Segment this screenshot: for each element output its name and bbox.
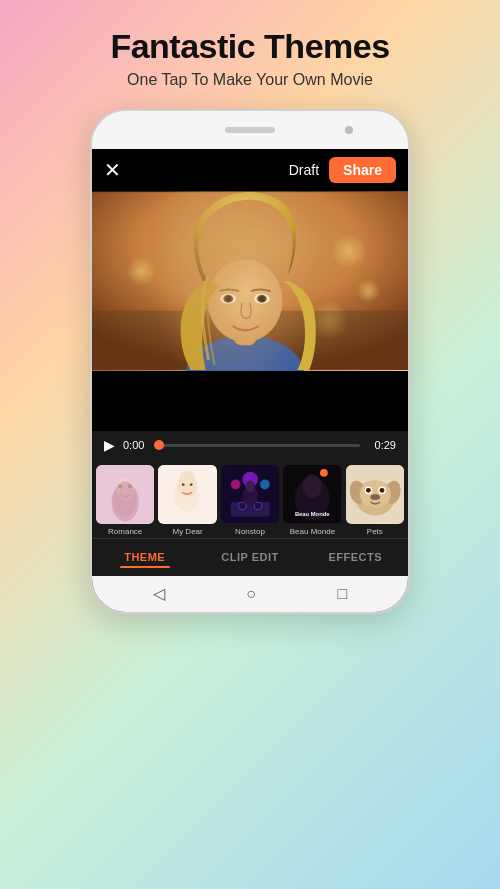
header-actions: Draft Share [289, 157, 396, 183]
theme-nonstop-label: Nonstop [235, 527, 265, 536]
draft-label: Draft [289, 162, 319, 178]
tab-theme-label: THEME [92, 551, 197, 563]
phone-speaker [225, 127, 275, 133]
svg-point-39 [320, 469, 328, 477]
progress-bar[interactable] [159, 444, 360, 447]
phone-top-bar [92, 111, 408, 149]
themes-row: Romance [92, 459, 408, 537]
svg-point-47 [366, 488, 371, 493]
video-overlay [92, 191, 408, 371]
theme-mydear-label: My Dear [172, 527, 202, 536]
back-icon[interactable]: ◁ [153, 584, 165, 603]
svg-point-48 [379, 488, 384, 493]
svg-point-34 [245, 481, 255, 493]
bottom-tabs: THEME CLIP EDIT EFFECTS [92, 538, 408, 576]
theme-pets-label: Pets [367, 527, 383, 536]
svg-text:Beau Monde: Beau Monde [295, 511, 330, 517]
svg-point-49 [370, 495, 380, 501]
svg-point-19 [128, 485, 132, 489]
recents-icon[interactable]: □ [338, 585, 348, 603]
app-screen: ✕ Draft Share [92, 149, 408, 611]
theme-romance-label: Romance [108, 527, 142, 536]
home-icon[interactable]: ○ [246, 585, 256, 603]
time-current: 0:00 [123, 439, 151, 451]
share-button[interactable]: Share [329, 157, 396, 183]
svg-rect-15 [96, 465, 154, 523]
theme-pets[interactable]: Pets [346, 465, 404, 535]
progress-dot [154, 440, 164, 450]
phone-mockup: ✕ Draft Share [0, 109, 500, 613]
svg-point-17 [115, 478, 134, 501]
theme-nonstop-thumb [221, 465, 279, 523]
phone-camera [345, 126, 353, 134]
tab-clip-edit[interactable]: CLIP EDIT [197, 547, 302, 572]
theme-beaumonde[interactable]: Beau Monde Beau Monde [283, 465, 341, 535]
page-subtitle: One Tap To Make Your Own Movie [20, 71, 480, 89]
phone-frame: ✕ Draft Share [90, 109, 410, 613]
tab-theme[interactable]: THEME [92, 547, 197, 572]
video-preview [92, 191, 408, 371]
theme-nonstop[interactable]: Nonstop [221, 465, 279, 535]
tab-effects-label: EFFECTS [303, 551, 408, 563]
svg-point-32 [260, 480, 270, 490]
tab-theme-underline [120, 566, 170, 568]
svg-point-31 [231, 480, 241, 490]
theme-mydear-thumb [158, 465, 216, 523]
nav-bar: ◁ ○ □ [92, 576, 408, 612]
tab-effects[interactable]: EFFECTS [303, 547, 408, 572]
svg-point-37 [303, 475, 322, 498]
play-button[interactable]: ▶ [104, 437, 115, 453]
theme-romance-thumb [96, 465, 154, 523]
theme-pets-thumb [346, 465, 404, 523]
playback-controls: ▶ 0:00 0:29 [92, 431, 408, 459]
svg-point-25 [180, 471, 196, 485]
black-strip [92, 371, 408, 431]
theme-beaumonde-thumb: Beau Monde [283, 465, 341, 523]
tab-clip-edit-label: CLIP EDIT [197, 551, 302, 563]
time-end: 0:29 [368, 439, 396, 451]
app-header: ✕ Draft Share [92, 149, 408, 191]
theme-beaumonde-label: Beau Monde [290, 527, 335, 536]
page-title: Fantastic Themes [20, 28, 480, 65]
theme-romance[interactable]: Romance [96, 465, 154, 535]
svg-point-16 [112, 483, 139, 522]
top-section: Fantastic Themes One Tap To Make Your Ow… [0, 0, 500, 99]
close-button[interactable]: ✕ [104, 160, 121, 180]
svg-point-18 [118, 485, 122, 489]
theme-mydear[interactable]: My Dear [158, 465, 216, 535]
